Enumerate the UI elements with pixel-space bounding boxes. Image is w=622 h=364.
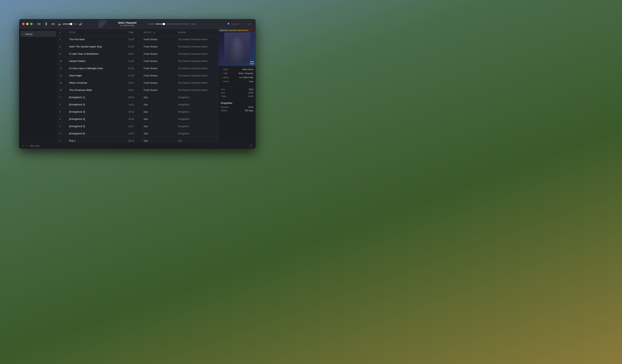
track-time: 14:01 [128, 103, 144, 106]
volume-slider[interactable] [63, 24, 78, 24]
titlebar: ⏮ ⏸ ⏭ 🔈 🔊 ♪ Shhh / Peaceful In a Silent … [19, 19, 256, 29]
track-title: Silent Night [69, 74, 128, 77]
progress-control: 00:29 18:24 [148, 23, 196, 25]
track-artist: Frank Sinatra [144, 74, 172, 77]
album-label: Album [223, 76, 238, 78]
track-album: The Sinatra Christmas Album [178, 89, 216, 91]
table-row[interactable]: 1 [Königsforst 1] 09:43 Gas Königsforst [57, 94, 218, 101]
album-name-line1: Miles [250, 61, 254, 62]
now-playing-info: Shhh / Peaceful In a Silent Way [108, 21, 146, 26]
track-artist: Frank Sinatra [144, 82, 172, 84]
track-album: Königsforst [178, 110, 216, 113]
sort-arrow: ▲ [153, 32, 155, 34]
album-art: ORIGINAL MASTER RECORDING Miles Davis [219, 29, 256, 66]
table-row[interactable]: 3 [Königsforst 3] 09:02 Gas Königsforst [57, 108, 218, 115]
table-row[interactable]: 11 It Came Upon a Midnight Clear 02:53 F… [57, 65, 218, 72]
track-number: 13 [59, 82, 69, 84]
sidebar: ♪ Library [19, 29, 57, 143]
table-row[interactable]: 7 The First Noel 02:45 Frank Sinatra The… [57, 36, 218, 43]
table-row[interactable]: 6 [Königsforst 6] 10:22 Gas Königsforst [57, 130, 218, 137]
add-to-playlist-icon[interactable]: + [26, 144, 27, 147]
album-icon: ♪ [221, 76, 222, 79]
thumb-art: ♪ [98, 20, 106, 28]
table-row[interactable]: 9 O Little Town of Bethlehem 02:07 Frank… [57, 50, 218, 57]
track-artist: Gas [144, 118, 172, 120]
track-title: The First Noel [69, 38, 128, 41]
tracks-scroll[interactable]: 7 The First Noel 02:45 Frank Sinatra The… [57, 36, 218, 143]
track-number: 6 [59, 132, 69, 135]
track-title: [Königsforst 2] [69, 103, 128, 106]
track-time: 02:53 [128, 67, 144, 70]
track-album: The Sinatra Christmas Album [178, 38, 216, 41]
next-button[interactable]: ⏭ [51, 21, 56, 27]
track-number: 8 [59, 45, 69, 48]
table-row[interactable]: 4 [Königsforst 4] 06:34 Gas Königsforst [57, 115, 218, 123]
album-art-figure [224, 33, 250, 62]
album-name-overlay: Miles Davis [250, 61, 254, 65]
track-number: 2 [59, 103, 69, 106]
track-time: 05:13 [128, 140, 144, 142]
disc-label: Disc [221, 92, 225, 94]
track-artist: Frank Sinatra [144, 60, 172, 62]
track-title: [Königsforst 1] [69, 96, 128, 99]
year-label: Year [221, 88, 225, 91]
track-album: The Sinatra Christmas Album [178, 53, 216, 55]
table-row[interactable]: 8 Hark! The Herald Angels Sing 02:25 Fra… [57, 43, 218, 50]
year-value: 2013 [249, 88, 253, 91]
duration-label: Duration [221, 106, 229, 108]
previous-button[interactable]: ⏮ [37, 21, 41, 27]
volume-high-icon: 🔊 [79, 22, 82, 26]
table-row[interactable]: 1 Pop 1 05:13 Gas Pop [57, 137, 218, 143]
track-artist: Frank Sinatra [144, 89, 172, 91]
songs-count: 668 songs [30, 145, 250, 147]
table-row[interactable]: 13 White Christmas 02:37 Frank Sinatra T… [57, 79, 218, 87]
table-row[interactable]: 12 Silent Night 02:30 Frank Sinatra The … [57, 72, 218, 79]
duration-value: 18:24 [248, 106, 253, 108]
bitrate-row: Bitrate 839 kbps [221, 109, 253, 112]
bitrate-value: 839 kbps [245, 109, 253, 112]
track-album: The Sinatra Christmas Album [178, 67, 216, 70]
track-album: Königsforst [178, 118, 216, 120]
minimize-button[interactable] [26, 23, 29, 25]
album-silhouette [229, 37, 245, 62]
now-playing-artist: In a Silent Way [108, 24, 146, 26]
search-area: 🔍 ⌘F [226, 22, 253, 26]
traffic-lights [22, 23, 33, 25]
pause-button[interactable]: ⏸ [43, 21, 49, 27]
track-album: Königsforst [178, 125, 216, 128]
title-label: Title [224, 72, 237, 74]
progress-knob[interactable] [163, 23, 165, 25]
header-artist[interactable]: Artist ▲ [144, 31, 172, 34]
track-number: 5 [59, 125, 69, 128]
library-icon: ♪ [22, 32, 23, 36]
volume-knob[interactable] [70, 23, 72, 25]
track-number: 1 [59, 96, 69, 99]
track-title: It Came Upon a Midnight Clear [69, 67, 128, 70]
track-album: Königsforst [178, 132, 216, 135]
genre-label: Genre [223, 80, 248, 83]
current-time: 00:29 [148, 23, 154, 25]
header-title: Title [69, 31, 128, 34]
playlist-icon[interactable]: ≡ [22, 144, 24, 147]
track-number: 10 [59, 60, 69, 62]
track-time: 02:25 [128, 45, 144, 48]
sidebar-item-library[interactable]: ♪ Library [20, 31, 56, 37]
right-panel: ORIGINAL MASTER RECORDING Miles Davis ♪ … [218, 29, 256, 143]
maximize-button[interactable] [30, 23, 33, 25]
close-button[interactable] [22, 23, 25, 25]
table-row[interactable]: 5 [Königsforst 5] 15:17 Gas Königsforst [57, 123, 218, 130]
track-number: 12 [59, 74, 69, 77]
properties-section: Properties Duration 18:24 Bitrate 839 kb… [219, 100, 256, 113]
track-title: [Königsforst 3] [69, 110, 128, 113]
detail-row-title: ♫ Title Shhh / Peaceful [221, 72, 253, 75]
track-artist: Frank Sinatra [144, 38, 172, 41]
track-album: The Sinatra Christmas Album [178, 60, 216, 62]
progress-slider[interactable] [155, 24, 190, 24]
track-artist: Frank Sinatra [144, 67, 172, 70]
table-row[interactable]: 14 The Christmas Waltz 03:01 Frank Sinat… [57, 87, 218, 94]
info-icon[interactable]: ⓘ [250, 144, 253, 147]
table-header: # Title Time Artist ▲ Album [57, 29, 218, 36]
track-artist: Frank Sinatra [144, 53, 172, 55]
table-row[interactable]: 2 [Königsforst 2] 14:01 Gas Königsforst [57, 101, 218, 108]
table-row[interactable]: 10 Adeste Fideles 02:35 Frank Sinatra Th… [57, 57, 218, 65]
